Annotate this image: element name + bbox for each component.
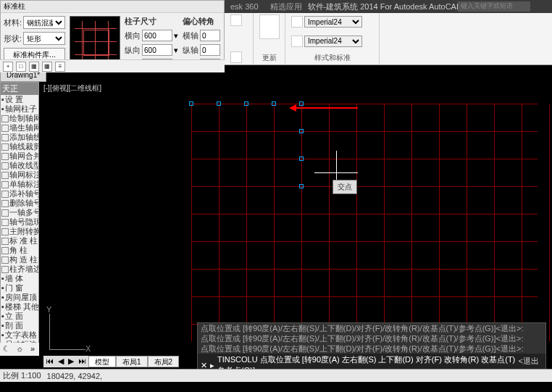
moon-icon[interactable]: ☾	[1, 344, 12, 354]
update-label: 更新	[259, 53, 279, 63]
item-label: 添加轴线	[9, 133, 39, 142]
width-label: 横向	[125, 30, 141, 41]
item-label: 一轴多号	[9, 208, 39, 217]
grip-handle[interactable]	[244, 101, 248, 106]
sidebar-item[interactable]: 主附转换	[1, 227, 38, 236]
item-label: 楼梯 其他	[5, 302, 39, 312]
item-label: 绘制轴网	[9, 114, 39, 123]
grip-handle[interactable]	[272, 101, 276, 106]
tab-nav-icon[interactable]: ◀	[56, 356, 66, 367]
sidebar-item[interactable]: ▪轴网柱子	[1, 104, 38, 114]
material-select[interactable]: 钢筋混凝土	[23, 16, 65, 29]
item-label: 轴线裁剪	[9, 142, 39, 151]
item-label: 轴网合并	[9, 151, 39, 161]
item-label: 柱齐墙边	[9, 264, 39, 274]
sidebar-item[interactable]: ▪文字表格	[1, 330, 38, 340]
item-label: 构 造 柱	[9, 255, 38, 264]
sidebar-item[interactable]: ▪墙 体	[1, 274, 38, 283]
tab-nav-icon[interactable]: ▶	[66, 356, 76, 367]
offy-input[interactable]	[200, 44, 220, 56]
sidebar-item[interactable]: ▪门 窗	[1, 283, 38, 293]
width-input[interactable]	[142, 30, 172, 41]
scale-display[interactable]: 比例 1:100	[3, 370, 41, 381]
arrow-icon[interactable]: »	[28, 344, 38, 354]
style-icon[interactable]	[291, 16, 303, 28]
sidebar-item[interactable]: 标 准 柱	[1, 236, 38, 246]
sidebar-item[interactable]: 轴网标注	[1, 170, 38, 180]
search-input[interactable]: 键入关键字或短语	[458, 1, 530, 12]
sidebar-item[interactable]: ▪立 面	[1, 312, 38, 321]
expand-icon: ▪	[1, 293, 4, 302]
sidebar-item[interactable]: 删除轴号	[1, 199, 38, 208]
item-icon	[1, 181, 9, 188]
grid-line	[191, 104, 192, 341]
style2-select[interactable]: Imperial24	[304, 36, 362, 47]
sidebar-item[interactable]: ▪设 置	[1, 95, 38, 104]
sidebar-item[interactable]: 轴号隐现	[1, 217, 38, 227]
sidebar-item[interactable]: 轴线裁剪	[1, 142, 38, 151]
grid-line	[411, 104, 412, 341]
sidebar-item[interactable]: 轴网合并	[1, 151, 38, 161]
tab-esk360[interactable]: esk 360	[225, 2, 264, 11]
item-label: 轴网标注	[9, 170, 39, 180]
sidebar-item[interactable]: 轴改线型	[1, 161, 38, 170]
ribbon-icon[interactable]	[230, 51, 242, 63]
depth-input[interactable]	[142, 44, 172, 56]
depth-label: 纵向	[125, 45, 141, 56]
dropdown-icon[interactable]: ▾	[174, 31, 178, 41]
grid-line	[384, 104, 385, 341]
view-label[interactable]: [-][俯视][二维线框]	[43, 83, 101, 93]
layout-tabs: ⏮ ◀ ▶ ⏭ 模型 布局1 布局2	[43, 356, 179, 367]
item-label: 轴改线型	[9, 161, 39, 170]
grip-handle[interactable]	[299, 157, 304, 161]
sidebar-item[interactable]: ▪楼梯 其他	[1, 302, 38, 312]
ribbon-icon[interactable]	[230, 14, 242, 26]
tab-layout1[interactable]: 布局1	[116, 356, 148, 367]
grid-line	[439, 104, 440, 341]
tab-layout2[interactable]: 布局2	[148, 356, 180, 367]
style1-select[interactable]: Imperial24	[304, 16, 362, 28]
grid-line	[329, 104, 330, 341]
ucs-y: Y	[46, 305, 51, 314]
offx-input[interactable]	[200, 30, 220, 41]
panel-title: 标准柱	[1, 1, 224, 13]
tool-icon[interactable]: +	[3, 62, 13, 72]
grip-handle[interactable]	[217, 101, 221, 106]
tool-icon[interactable]: □	[16, 62, 26, 72]
sidebar-item[interactable]: 柱齐墙边	[1, 264, 38, 274]
expand-icon: ▪	[1, 330, 4, 340]
item-icon	[1, 247, 9, 254]
sidebar-item[interactable]: ▪房间屋顶	[1, 293, 38, 302]
grip-handle[interactable]	[299, 184, 304, 188]
drawing-canvas[interactable]: [-][俯视][二维线框] 交点 Y X	[39, 82, 552, 356]
cmd-history: 点取位置或 [转90度(A)/左右翻(S)/上下翻(D)/对齐(F)/改转角(R…	[198, 333, 545, 343]
status-bar: 比例 1:100 180429, 42942,	[0, 369, 552, 382]
sidebar-item[interactable]: 添补轴号	[1, 189, 38, 199]
sidebar-item[interactable]: 构 造 柱	[1, 255, 38, 264]
item-label: 标 准 柱	[9, 236, 38, 246]
sidebar-item[interactable]: 单轴标注	[1, 180, 38, 189]
sidebar-item[interactable]: 绘制轴网	[1, 114, 38, 123]
tool-icon[interactable]: ▦	[29, 62, 39, 72]
sun-icon[interactable]: ☼	[14, 344, 25, 354]
dropdown-icon[interactable]: ▾	[174, 46, 178, 55]
sidebar-item[interactable]: 角 柱	[1, 246, 38, 255]
tab-nav-icon[interactable]: ⏭	[76, 356, 88, 367]
item-label: 房间屋顶	[5, 293, 37, 302]
sidebar-item[interactable]: 一轴多号	[1, 208, 38, 217]
grid-line	[274, 104, 275, 341]
tab-model[interactable]: 模型	[88, 356, 116, 367]
update-icon[interactable]	[259, 14, 280, 39]
grip-handle[interactable]	[189, 101, 193, 106]
sidebar-item[interactable]: ▪剖 面	[1, 321, 38, 330]
style-icon[interactable]	[291, 36, 303, 47]
tab-featured[interactable]: 精选应用	[264, 1, 308, 12]
grip-handle[interactable]	[299, 101, 304, 106]
tab-nav-icon[interactable]: ⏮	[43, 356, 56, 367]
sidebar-item[interactable]: 添加轴线	[1, 133, 38, 142]
grip-handle[interactable]	[299, 129, 304, 133]
tool-icon[interactable]: ≡	[55, 62, 65, 72]
shape-select[interactable]: 矩形	[23, 32, 65, 45]
sidebar-item[interactable]: 墙生轴网	[1, 123, 38, 133]
tool-icon[interactable]: ▦	[42, 62, 52, 72]
